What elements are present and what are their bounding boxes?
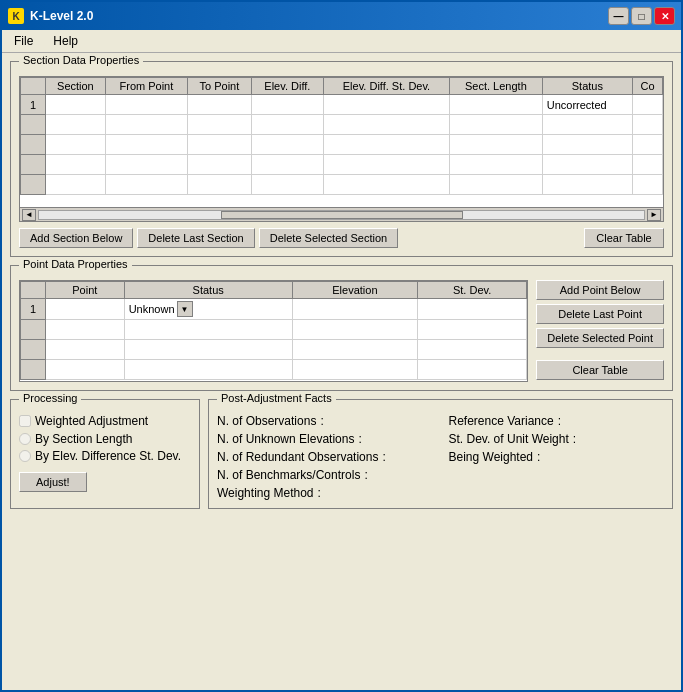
section-table: Section From Point To Point Elev. Diff. … <box>20 77 663 195</box>
minimize-button[interactable]: — <box>608 7 629 25</box>
point-col-num <box>21 282 46 299</box>
point-col-st-dev: St. Dev. <box>418 282 527 299</box>
being-weighted-label: Being Weighted <box>449 450 534 464</box>
section-cell-elev-diff[interactable] <box>251 95 323 115</box>
dropdown-arrow-icon[interactable]: ▼ <box>177 301 193 317</box>
n-observations-label: N. of Observations <box>217 414 316 428</box>
menubar: File Help <box>2 30 681 53</box>
post-redundant-row: N. of Redundant Observations : <box>217 450 433 464</box>
point-empty-row-4 <box>21 360 527 380</box>
adjust-button[interactable]: Adjust! <box>19 472 87 492</box>
maximize-button[interactable]: □ <box>631 7 652 25</box>
post-adj-left: N. of Observations : N. of Unknown Eleva… <box>217 414 433 500</box>
n-observations-colon: : <box>320 414 323 428</box>
post-adj-right: Reference Variance : St. Dev. of Unit We… <box>449 414 665 500</box>
n-unknown-label: N. of Unknown Elevations <box>217 432 354 446</box>
post-adjustment-label: Post-Adjustment Facts <box>217 392 336 404</box>
n-unknown-colon: : <box>358 432 361 446</box>
section-clear-table-button[interactable]: Clear Table <box>584 228 664 248</box>
post-obs-row: N. of Observations : <box>217 414 433 428</box>
point-empty-row-3 <box>21 340 527 360</box>
section-empty-row-3 <box>21 135 663 155</box>
title-bar: K K-Level 2.0 — □ ✕ <box>2 2 681 30</box>
scroll-thumb[interactable] <box>221 211 463 219</box>
n-benchmarks-label: N. of Benchmarks/Controls <box>217 468 360 482</box>
by-section-radio[interactable] <box>19 433 31 445</box>
processing-group: Processing Weighted Adjustment By Sectio… <box>10 399 200 509</box>
section-data-group: Section Data Properties Section From Poi… <box>10 61 673 257</box>
section-cell-elev-diff-st-dev[interactable] <box>323 95 449 115</box>
point-cell-point[interactable] <box>46 299 125 320</box>
menu-file[interactable]: File <box>6 32 41 50</box>
section-cell-from-point[interactable] <box>105 95 187 115</box>
point-col-point: Point <box>46 282 125 299</box>
col-status: Status <box>542 78 632 95</box>
bottom-area: Processing Weighted Adjustment By Sectio… <box>10 399 673 509</box>
n-benchmarks-colon: : <box>364 468 367 482</box>
delete-selected-section-button[interactable]: Delete Selected Section <box>259 228 398 248</box>
section-cell-status: Uncorrected <box>542 95 632 115</box>
col-from-point: From Point <box>105 78 187 95</box>
add-point-button[interactable]: Add Point Below <box>536 280 664 300</box>
col-sect-length: Sect. Length <box>450 78 543 95</box>
section-table-scroll[interactable]: Section From Point To Point Elev. Diff. … <box>20 77 663 207</box>
status-value: Unknown <box>129 303 175 315</box>
processing-label: Processing <box>19 392 81 404</box>
add-section-button[interactable]: Add Section Below <box>19 228 133 248</box>
point-col-elevation: Elevation <box>292 282 417 299</box>
section-table-container: Section From Point To Point Elev. Diff. … <box>19 76 664 222</box>
post-unknown-row: N. of Unknown Elevations : <box>217 432 433 446</box>
by-elev-radio[interactable] <box>19 450 31 462</box>
scroll-track[interactable] <box>38 210 645 220</box>
section-buttons: Add Section Below Delete Last Section De… <box>19 228 664 248</box>
point-cell-st-dev[interactable] <box>418 299 527 320</box>
section-cell-section[interactable] <box>46 95 106 115</box>
point-table-container: Point Status Elevation St. Dev. 1 <box>19 280 528 382</box>
col-row-num <box>21 78 46 95</box>
n-redundant-label: N. of Redundant Observations <box>217 450 378 464</box>
col-section: Section <box>46 78 106 95</box>
section-row-num: 1 <box>21 95 46 115</box>
point-empty-row-2 <box>21 320 527 340</box>
point-col-status: Status <box>124 282 292 299</box>
section-scrollbar[interactable]: ◄ ► <box>20 207 663 221</box>
point-table-area: Point Status Elevation St. Dev. 1 <box>19 280 664 382</box>
point-table-scroll[interactable]: Point Status Elevation St. Dev. 1 <box>20 281 527 381</box>
weighting-method-colon: : <box>318 486 321 500</box>
delete-selected-point-button[interactable]: Delete Selected Point <box>536 328 664 348</box>
weighting-method-label: Weighting Method <box>217 486 314 500</box>
point-clear-table-button[interactable]: Clear Table <box>536 360 664 380</box>
weighted-adjustment-checkbox[interactable] <box>19 415 31 427</box>
post-benchmarks-row: N. of Benchmarks/Controls : <box>217 468 433 482</box>
scroll-left-btn[interactable]: ◄ <box>22 209 36 221</box>
section-empty-row-4 <box>21 155 663 175</box>
delete-last-section-button[interactable]: Delete Last Section <box>137 228 254 248</box>
point-cell-status: Unknown ▼ <box>124 299 292 320</box>
menu-help[interactable]: Help <box>45 32 86 50</box>
section-cell-co[interactable] <box>633 95 663 115</box>
st-dev-weight-label: St. Dev. of Unit Weight <box>449 432 569 446</box>
main-window: K K-Level 2.0 — □ ✕ File Help Section Da… <box>0 0 683 692</box>
point-row-num: 1 <box>21 299 46 320</box>
st-dev-weight-row: St. Dev. of Unit Weight : <box>449 432 665 446</box>
app-icon: K <box>8 8 24 24</box>
post-adj-content: N. of Observations : N. of Unknown Eleva… <box>217 414 664 500</box>
being-weighted-row: Being Weighted : <box>449 450 665 464</box>
status-dropdown[interactable]: Unknown ▼ <box>129 301 288 317</box>
point-table-left: Point Status Elevation St. Dev. 1 <box>19 280 528 382</box>
scroll-right-btn[interactable]: ► <box>647 209 661 221</box>
delete-last-point-button[interactable]: Delete Last Point <box>536 304 664 324</box>
weighted-adjustment-row: Weighted Adjustment <box>19 414 191 428</box>
by-elev-label: By Elev. Difference St. Dev. <box>35 449 181 463</box>
point-cell-elevation[interactable] <box>292 299 417 320</box>
col-to-point: To Point <box>188 78 252 95</box>
title-controls: — □ ✕ <box>608 7 675 25</box>
section-cell-sect-length[interactable] <box>450 95 543 115</box>
close-button[interactable]: ✕ <box>654 7 675 25</box>
by-section-label: By Section Length <box>35 432 132 446</box>
section-empty-row-5 <box>21 175 663 195</box>
section-cell-to-point[interactable] <box>188 95 252 115</box>
st-dev-weight-colon: : <box>573 432 576 446</box>
ref-variance-colon: : <box>558 414 561 428</box>
by-elev-row: By Elev. Difference St. Dev. <box>19 449 191 463</box>
